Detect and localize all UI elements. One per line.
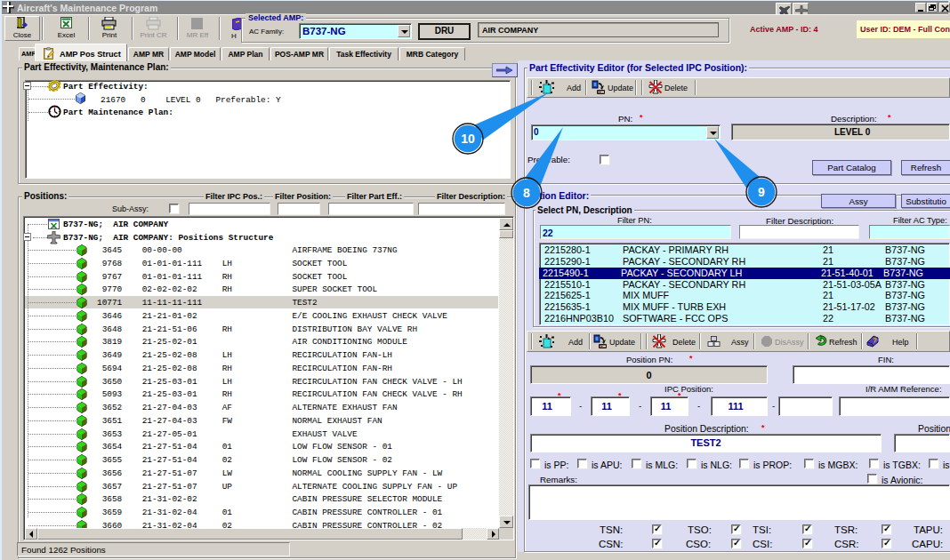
svg-text:?: ? [873,336,877,344]
